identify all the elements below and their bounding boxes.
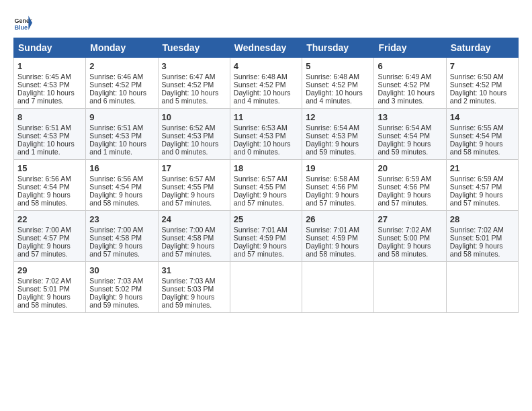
sunset-label: Sunset: 4:55 PM: [162, 183, 214, 191]
daylight-label: Daylight: 9 hours and 57 minutes.: [162, 191, 215, 207]
calendar-week-2: 8 Sunrise: 6:51 AM Sunset: 4:53 PM Dayli…: [14, 109, 519, 160]
day-number: 5: [306, 61, 370, 71]
day-number: 23: [89, 214, 154, 224]
calendar-week-1: 1 Sunrise: 6:45 AM Sunset: 4:53 PM Dayli…: [14, 58, 519, 109]
daylight-label: Daylight: 10 hours and 6 minutes.: [89, 89, 146, 105]
day-number: 22: [17, 214, 82, 224]
sunset-label: Sunset: 4:59 PM: [234, 234, 286, 242]
daylight-label: Daylight: 9 hours and 57 minutes.: [306, 191, 359, 207]
sunrise-label: Sunrise: 7:02 AM: [378, 226, 431, 234]
daylight-label: Daylight: 10 hours and 2 minutes.: [450, 89, 507, 105]
sunrise-label: Sunrise: 7:01 AM: [234, 226, 287, 234]
sunset-label: Sunset: 4:52 PM: [89, 81, 142, 89]
calendar-cell: 22 Sunrise: 7:00 AM Sunset: 4:57 PM Dayl…: [14, 211, 86, 262]
daylight-label: Daylight: 9 hours and 58 minutes.: [378, 242, 431, 258]
daylight-label: Daylight: 9 hours and 57 minutes.: [450, 191, 503, 207]
sunrise-label: Sunrise: 7:00 AM: [89, 226, 143, 234]
sunset-label: Sunset: 4:57 PM: [17, 234, 70, 242]
sunset-label: Sunset: 4:53 PM: [306, 132, 358, 140]
daylight-label: Daylight: 9 hours and 59 minutes.: [378, 140, 431, 156]
calendar-cell: 12 Sunrise: 6:54 AM Sunset: 4:53 PM Dayl…: [302, 109, 374, 160]
calendar-cell: 31 Sunrise: 7:03 AM Sunset: 5:03 PM Dayl…: [158, 262, 230, 313]
calendar-cell: 15 Sunrise: 6:56 AM Sunset: 4:54 PM Dayl…: [14, 160, 86, 211]
sunrise-label: Sunrise: 6:55 AM: [450, 124, 504, 132]
day-number: 14: [450, 112, 515, 122]
daylight-label: Daylight: 10 hours and 3 minutes.: [378, 89, 435, 105]
calendar-cell: 24 Sunrise: 7:00 AM Sunset: 4:58 PM Dayl…: [158, 211, 230, 262]
sunrise-label: Sunrise: 6:48 AM: [306, 73, 359, 81]
sunrise-label: Sunrise: 6:57 AM: [162, 175, 216, 183]
sunset-label: Sunset: 4:59 PM: [306, 234, 358, 242]
sunset-label: Sunset: 4:52 PM: [306, 81, 358, 89]
sunset-label: Sunset: 4:54 PM: [378, 132, 430, 140]
sunrise-label: Sunrise: 6:51 AM: [17, 124, 71, 132]
day-number: 4: [234, 61, 298, 71]
day-number: 26: [306, 214, 370, 224]
day-number: 6: [378, 61, 442, 71]
sunrise-label: Sunrise: 7:02 AM: [450, 226, 504, 234]
sunset-label: Sunset: 4:52 PM: [234, 81, 286, 89]
sunset-label: Sunset: 4:52 PM: [450, 81, 502, 89]
sunset-label: Sunset: 4:53 PM: [17, 132, 70, 140]
sunset-label: Sunset: 4:52 PM: [378, 81, 430, 89]
svg-text:Blue: Blue: [14, 24, 28, 31]
sunrise-label: Sunrise: 6:45 AM: [17, 73, 71, 81]
sunset-label: Sunset: 4:56 PM: [306, 183, 358, 191]
sunrise-label: Sunrise: 6:53 AM: [234, 124, 287, 132]
sunrise-label: Sunrise: 6:47 AM: [162, 73, 216, 81]
sunrise-label: Sunrise: 7:00 AM: [162, 226, 216, 234]
day-header-sunday: Sunday: [14, 38, 86, 58]
sunrise-label: Sunrise: 6:54 AM: [378, 124, 431, 132]
day-number: 27: [378, 214, 442, 224]
calendar-cell: 21 Sunrise: 6:59 AM Sunset: 4:57 PM Dayl…: [446, 160, 518, 211]
sunrise-label: Sunrise: 6:50 AM: [450, 73, 504, 81]
daylight-label: Daylight: 10 hours and 1 minute.: [89, 140, 146, 156]
daylight-label: Daylight: 9 hours and 58 minutes.: [450, 242, 503, 258]
calendar-cell: 9 Sunrise: 6:51 AM Sunset: 4:53 PM Dayli…: [86, 109, 158, 160]
day-header-thursday: Thursday: [302, 38, 374, 58]
sunset-label: Sunset: 4:58 PM: [162, 234, 214, 242]
daylight-label: Daylight: 10 hours and 1 minute.: [17, 140, 75, 156]
day-header-friday: Friday: [374, 38, 446, 58]
day-number: 31: [162, 265, 226, 275]
day-number: 17: [162, 163, 226, 173]
sunrise-label: Sunrise: 6:49 AM: [378, 73, 431, 81]
sunrise-label: Sunrise: 6:58 AM: [306, 175, 359, 183]
daylight-label: Daylight: 9 hours and 57 minutes.: [17, 242, 71, 258]
daylight-label: Daylight: 9 hours and 59 minutes.: [306, 140, 359, 156]
calendar-cell: 25 Sunrise: 7:01 AM Sunset: 4:59 PM Dayl…: [230, 211, 302, 262]
daylight-label: Daylight: 9 hours and 58 minutes.: [306, 242, 359, 258]
sunrise-label: Sunrise: 6:48 AM: [234, 73, 287, 81]
sunset-label: Sunset: 4:53 PM: [17, 81, 70, 89]
sunrise-label: Sunrise: 6:59 AM: [450, 175, 504, 183]
calendar-cell: 16 Sunrise: 6:56 AM Sunset: 4:54 PM Dayl…: [86, 160, 158, 211]
sunrise-label: Sunrise: 6:52 AM: [162, 124, 216, 132]
daylight-label: Daylight: 9 hours and 58 minutes.: [17, 191, 71, 207]
sunset-label: Sunset: 4:52 PM: [162, 81, 214, 89]
daylight-label: Daylight: 10 hours and 5 minutes.: [162, 89, 219, 105]
daylight-label: Daylight: 9 hours and 57 minutes.: [234, 191, 287, 207]
sunrise-label: Sunrise: 6:57 AM: [234, 175, 287, 183]
calendar-cell: [230, 262, 302, 313]
daylight-label: Daylight: 10 hours and 0 minutes.: [234, 140, 291, 156]
sunrise-label: Sunrise: 6:56 AM: [17, 175, 71, 183]
daylight-label: Daylight: 9 hours and 59 minutes.: [162, 293, 215, 309]
calendar-cell: 17 Sunrise: 6:57 AM Sunset: 4:55 PM Dayl…: [158, 160, 230, 211]
sunset-label: Sunset: 4:53 PM: [89, 132, 142, 140]
calendar-cell: 4 Sunrise: 6:48 AM Sunset: 4:52 PM Dayli…: [230, 58, 302, 109]
calendar-cell: 10 Sunrise: 6:52 AM Sunset: 4:53 PM Dayl…: [158, 109, 230, 160]
calendar-cell: [374, 262, 446, 313]
day-number: 10: [162, 112, 226, 122]
sunrise-label: Sunrise: 6:59 AM: [378, 175, 431, 183]
sunset-label: Sunset: 5:01 PM: [450, 234, 502, 242]
daylight-label: Daylight: 9 hours and 57 minutes.: [234, 242, 287, 258]
sunrise-label: Sunrise: 6:46 AM: [89, 73, 143, 81]
calendar-cell: 30 Sunrise: 7:03 AM Sunset: 5:02 PM Dayl…: [86, 262, 158, 313]
day-number: 7: [450, 61, 515, 71]
day-number: 28: [450, 214, 515, 224]
sunrise-label: Sunrise: 7:00 AM: [17, 226, 71, 234]
calendar-cell: 26 Sunrise: 7:01 AM Sunset: 4:59 PM Dayl…: [302, 211, 374, 262]
sunrise-label: Sunrise: 7:03 AM: [89, 277, 143, 285]
day-number: 30: [89, 265, 154, 275]
calendar-cell: 8 Sunrise: 6:51 AM Sunset: 4:53 PM Dayli…: [14, 109, 86, 160]
